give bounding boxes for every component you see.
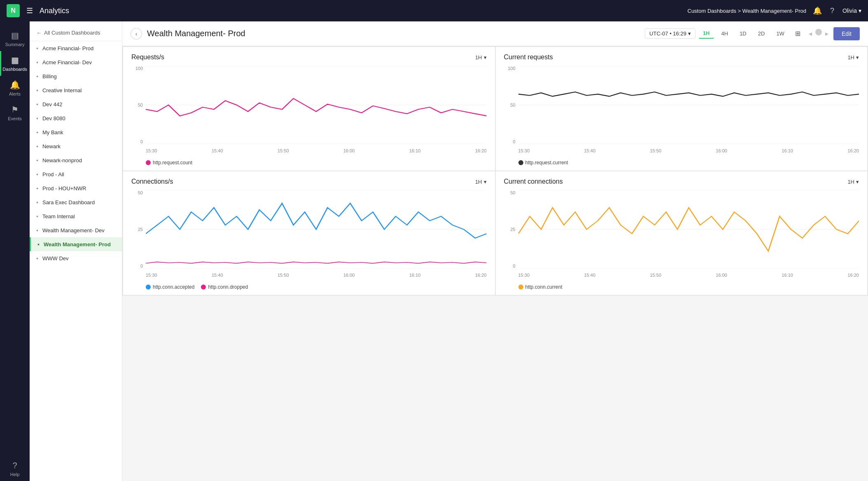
nav-item-prod-hounwr[interactable]: ▪ Prod - HOU+NWR xyxy=(30,181,122,195)
nav-item-dev-8080[interactable]: ▪ Dev 8080 xyxy=(30,111,122,125)
nav-item-mybank[interactable]: ▪ My Bank xyxy=(30,125,122,139)
nav-item-dev-442[interactable]: ▪ Dev 442 xyxy=(30,97,122,111)
sidebar-item-summary[interactable]: ▤ Summary xyxy=(0,26,30,51)
current-requests-time-value: 1H xyxy=(847,54,854,61)
legend-label: http.conn.dropped xyxy=(208,284,248,290)
back-to-dashboards[interactable]: ← All Custom Dashboards xyxy=(30,25,122,41)
menu-icon[interactable]: ☰ xyxy=(26,6,33,15)
requests-chart-inner xyxy=(146,66,487,144)
current-requests-chart-inner xyxy=(518,66,859,144)
bar-chart-icon: ▪ xyxy=(36,213,38,219)
breadcrumb-parent[interactable]: Custom Dashboards xyxy=(688,8,737,14)
bar-chart-icon: ▪ xyxy=(36,171,38,177)
requests-chart-panel: Requests/s 1H ▾ 100 50 0 xyxy=(123,47,495,170)
current-connections-time-value: 1H xyxy=(847,179,854,185)
nav-item-acme-prod[interactable]: ▪ Acme Financial- Prod xyxy=(30,41,122,55)
nav-item-label: Newark xyxy=(42,143,61,149)
edit-button[interactable]: Edit xyxy=(833,27,860,40)
app-title: Analytics xyxy=(40,7,681,15)
alerts-label: Alerts xyxy=(9,91,21,96)
connections-legend: http.conn.accepted http.conn.dropped xyxy=(131,284,487,290)
bar-chart-icon: ▪ xyxy=(36,157,38,163)
dropdown-icon: ▾ xyxy=(856,54,859,61)
current-connections-chart-title: Current connections xyxy=(504,178,563,185)
user-menu[interactable]: Olivia ▾ xyxy=(842,7,861,14)
notifications-icon[interactable]: 🔔 xyxy=(813,6,822,15)
current-connections-time-selector[interactable]: 1H ▾ xyxy=(847,179,859,185)
sidebar-item-alerts[interactable]: 🔔 Alerts xyxy=(0,76,30,100)
legend-item-conn-accepted: http.conn.accepted xyxy=(146,284,194,290)
back-label: All Custom Dashboards xyxy=(44,30,100,36)
requests-y-labels: 100 50 0 xyxy=(131,66,143,144)
connections-chart-title: Connections/s xyxy=(131,178,173,185)
time-btn-4h[interactable]: 4H xyxy=(717,29,733,38)
legend-label: http.conn.accepted xyxy=(153,284,194,290)
nav-item-label: Acme Financial- Prod xyxy=(42,45,93,51)
time-btn-1h[interactable]: 1H xyxy=(699,28,714,39)
legend-color-dot xyxy=(146,160,151,165)
bar-chart-icon: ▪ xyxy=(36,87,38,93)
time-value: UTC-07 • 16:29 xyxy=(649,30,686,37)
requests-chart-area: 100 50 0 15:30 15:40 15:50 16: xyxy=(131,66,487,156)
legend-label: http.request.count xyxy=(153,160,192,166)
dashboards-icon: ▦ xyxy=(11,55,19,65)
current-connections-chart-header: Current connections 1H ▾ xyxy=(504,178,859,185)
sidebar-item-help[interactable]: ? Help xyxy=(0,457,30,481)
nav-item-newark[interactable]: ▪ Newark xyxy=(30,139,122,153)
current-connections-x-labels: 15:30 15:40 15:50 16:00 16:10 16:20 xyxy=(518,269,859,281)
nav-item-newark-nonprod[interactable]: ▪ Newark-nonprod xyxy=(30,153,122,167)
current-connections-chart-area: 50 25 0 15:30 15:40 15:50 16:0 xyxy=(504,190,859,281)
requests-chart-header: Requests/s 1H ▾ xyxy=(131,54,487,61)
nav-item-team-internal[interactable]: ▪ Team Internal xyxy=(30,209,122,223)
connections-chart-header: Connections/s 1H ▾ xyxy=(131,178,487,185)
current-requests-chart-header: Current requests 1H ▾ xyxy=(504,54,859,61)
legend-color-dot xyxy=(146,285,151,290)
user-name: Olivia xyxy=(842,7,857,14)
sidebar-item-events[interactable]: ⚑ Events xyxy=(0,100,30,125)
connections-chart-panel: Connections/s 1H ▾ 50 25 0 xyxy=(123,171,495,295)
breadcrumb-current: Wealth Management- Prod xyxy=(742,8,806,14)
time-btn-1w[interactable]: 1W xyxy=(772,29,789,38)
next-arrow[interactable]: ▸ xyxy=(824,29,830,38)
requests-time-selector[interactable]: 1H ▾ xyxy=(475,54,487,61)
prev-arrow[interactable]: ◂ xyxy=(807,29,814,38)
charts-grid: Requests/s 1H ▾ 100 50 0 xyxy=(122,46,868,296)
help-sidebar-icon: ? xyxy=(12,461,17,470)
nav-item-label: Prod - All xyxy=(42,171,64,177)
dropdown-icon: ▾ xyxy=(856,179,859,185)
bar-chart-icon: ▪ xyxy=(37,241,40,248)
bar-chart-icon: ▪ xyxy=(36,59,38,65)
connections-x-labels: 15:30 15:40 15:50 16:00 16:10 16:20 xyxy=(146,269,487,281)
dropdown-icon: ▾ xyxy=(484,54,487,61)
nav-item-wealth-dev[interactable]: ▪ Wealth Management- Dev xyxy=(30,223,122,237)
nav-item-label: Acme Financial- Dev xyxy=(42,59,92,65)
help-icon[interactable]: ? xyxy=(830,7,834,15)
nav-item-billing[interactable]: ▪ Billing xyxy=(30,69,122,83)
legend-item-request-current: http.request.current xyxy=(518,160,568,166)
summary-label: Summary xyxy=(5,42,24,47)
nav-item-www-dev[interactable]: ▪ WWW Dev xyxy=(30,251,122,265)
time-btn-1d[interactable]: 1D xyxy=(735,29,751,38)
grid-view-button[interactable]: ⊞ xyxy=(792,28,804,39)
nav-item-creative-internal[interactable]: ▪ Creative Internal xyxy=(30,83,122,97)
current-connections-chart-inner xyxy=(518,190,859,269)
time-btn-2d[interactable]: 2D xyxy=(754,29,769,38)
dropdown-icon: ▾ xyxy=(484,179,487,185)
nav-item-prod-all[interactable]: ▪ Prod - All xyxy=(30,167,122,181)
connections-time-value: 1H xyxy=(475,179,482,185)
requests-x-labels: 15:30 15:40 15:50 16:00 16:10 16:20 xyxy=(146,145,487,156)
nav-item-sara[interactable]: ▪ Sara Exec Dashboard xyxy=(30,195,122,209)
bar-chart-icon: ▪ xyxy=(36,45,38,51)
bar-chart-icon: ▪ xyxy=(36,115,38,121)
back-button[interactable]: ‹ xyxy=(131,28,142,40)
sidebar-item-dashboards[interactable]: ▦ Dashboards xyxy=(0,51,30,76)
nav-item-wealth-prod[interactable]: ▪ Wealth Management- Prod xyxy=(30,237,122,251)
circle-indicator[interactable] xyxy=(815,29,822,35)
connections-time-selector[interactable]: 1H ▾ xyxy=(475,179,487,185)
dashboard-header: ‹ Wealth Management- Prod UTC-07 • 16:29… xyxy=(122,21,868,46)
time-selector[interactable]: UTC-07 • 16:29 ▾ xyxy=(645,28,695,39)
current-requests-time-selector[interactable]: 1H ▾ xyxy=(847,54,859,61)
nav-item-acme-dev[interactable]: ▪ Acme Financial- Dev xyxy=(30,55,122,69)
legend-color-dot xyxy=(201,285,206,290)
bar-chart-icon: ▪ xyxy=(36,199,38,205)
